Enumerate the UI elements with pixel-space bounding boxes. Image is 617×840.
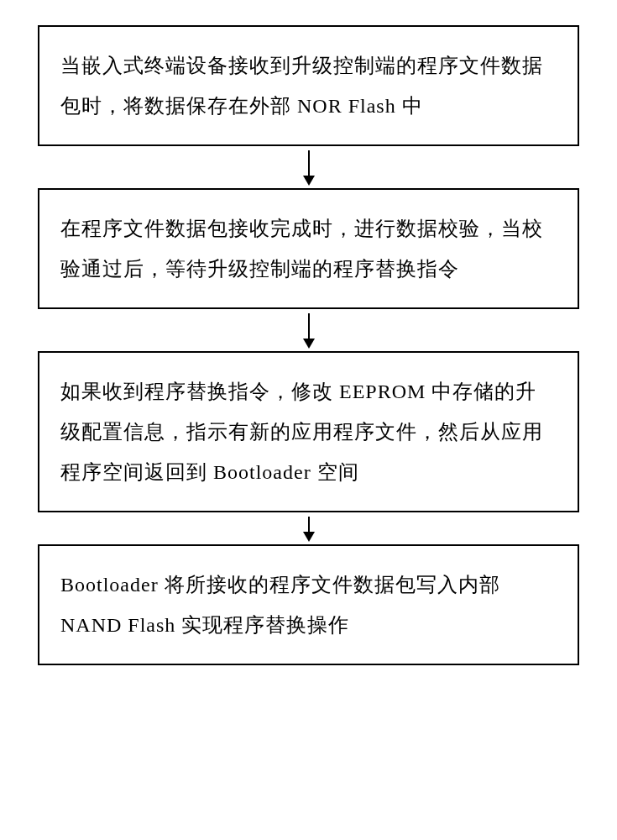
arrow-head-icon [303, 339, 315, 349]
arrow-line [308, 150, 310, 176]
arrow-2 [303, 313, 315, 349]
arrow-3 [303, 517, 315, 542]
arrow-line [308, 517, 310, 532]
flow-step-3-text: 如果收到程序替换指令，修改 EEPROM 中存储的升级配置信息，指示有新的应用程… [60, 381, 543, 483]
arrow-line [308, 313, 310, 339]
flow-step-2-text: 在程序文件数据包接收完成时，进行数据校验，当校验通过后，等待升级控制端的程序替换… [60, 218, 543, 280]
flow-step-3: 如果收到程序替换指令，修改 EEPROM 中存储的升级配置信息，指示有新的应用程… [38, 351, 579, 512]
flow-step-2: 在程序文件数据包接收完成时，进行数据校验，当校验通过后，等待升级控制端的程序替换… [38, 188, 579, 309]
flow-step-1-text: 当嵌入式终端设备接收到升级控制端的程序文件数据包时，将数据保存在外部 NOR F… [60, 55, 543, 117]
flow-step-4: Bootloader 将所接收的程序文件数据包写入内部 NAND Flash 实… [38, 544, 579, 665]
arrow-head-icon [303, 176, 315, 186]
flow-step-1: 当嵌入式终端设备接收到升级控制端的程序文件数据包时，将数据保存在外部 NOR F… [38, 25, 579, 146]
flow-step-4-text: Bootloader 将所接收的程序文件数据包写入内部 NAND Flash 实… [60, 574, 500, 636]
arrow-head-icon [303, 532, 315, 542]
arrow-1 [303, 150, 315, 186]
